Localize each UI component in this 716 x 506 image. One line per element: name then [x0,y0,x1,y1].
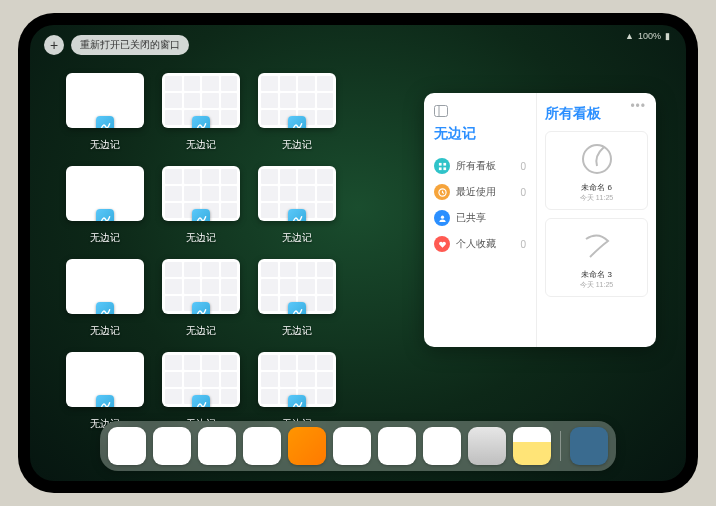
sidebar-item-label: 最近使用 [456,185,496,199]
window-label: 无边记 [186,138,216,152]
panel-title: 无边记 [434,125,526,143]
thumb-preview [258,73,336,128]
window-label: 无边记 [90,138,120,152]
dock-app-qqbrowser[interactable] [198,427,236,465]
sidebar-item-clock[interactable]: 最近使用0 [434,179,526,205]
screen: ▲ 100% ▮ + 重新打开已关闭的窗口 无边记无边记无边记无边记无边记无边记… [30,25,686,481]
window-thumbnail[interactable]: 无边记 [258,352,336,431]
svg-rect-3 [443,162,446,165]
thumb-preview [258,166,336,221]
board-sketch [576,138,618,180]
svg-point-7 [440,215,443,218]
dock-app-applib[interactable] [570,427,608,465]
window-thumbnail[interactable]: 无边记 [162,166,240,245]
freeform-app-icon [96,395,114,407]
new-window-button[interactable]: + [44,35,64,55]
dock-separator [560,431,561,461]
board-time: 今天 11:25 [580,193,613,203]
window-label: 无边记 [282,138,312,152]
window-label: 无边记 [186,324,216,338]
board-name: 未命名 6 [581,182,612,193]
freeform-panel[interactable]: ••• 无边记 所有看板0最近使用0已共享个人收藏0 所有看板 未命名 6今天 … [424,93,656,347]
window-thumbnail[interactable]: 无边记 [66,352,144,431]
window-thumbnail[interactable]: 无边记 [258,166,336,245]
window-thumbnail[interactable]: 无边记 [66,166,144,245]
svg-rect-0 [435,106,448,117]
thumb-preview [66,352,144,407]
sidebar-item-person[interactable]: 已共享 [434,205,526,231]
dock-app-play[interactable] [243,427,281,465]
freeform-app-icon [96,209,114,221]
board-name: 未命名 3 [581,269,612,280]
thumb-preview [162,166,240,221]
grid-icon [434,158,450,174]
window-thumbnail[interactable]: 无边记 [258,259,336,338]
sidebar-item-label: 个人收藏 [456,237,496,251]
dock-app-notes[interactable] [513,427,551,465]
freeform-app-icon [192,302,210,314]
dock-app-wechat[interactable] [108,427,146,465]
window-label: 无边记 [90,231,120,245]
thumb-preview [162,259,240,314]
reopen-closed-windows-button[interactable]: 重新打开已关闭的窗口 [71,35,189,55]
clock-icon [434,184,450,200]
windows-grid: 无边记无边记无边记无边记无边记无边记无边记无边记无边记无边记无边记无边记 [66,73,426,431]
freeform-app-icon [288,209,306,221]
window-label: 无边记 [186,231,216,245]
svg-rect-2 [438,162,441,165]
thumb-preview [162,73,240,128]
battery-text: 100% [638,31,661,41]
sidebar-item-label: 已共享 [456,211,486,225]
status-bar: ▲ 100% ▮ [625,31,670,41]
board-card[interactable]: 未命名 3今天 11:25 [545,218,648,297]
dock-app-settings[interactable] [468,427,506,465]
dock-app-books[interactable] [288,427,326,465]
window-label: 无边记 [282,324,312,338]
window-thumbnail[interactable]: 无边记 [162,352,240,431]
thumb-preview [66,73,144,128]
panel-sidebar: 无边记 所有看板0最近使用0已共享个人收藏0 [424,93,536,347]
dock-app-nodes[interactable] [378,427,416,465]
panel-menu-button[interactable]: ••• [630,99,646,113]
wifi-icon: ▲ [625,31,634,41]
freeform-app-icon [288,395,306,407]
thumb-preview [66,166,144,221]
svg-rect-4 [438,167,441,170]
thumb-preview [66,259,144,314]
dock-app-freeform[interactable] [423,427,461,465]
sidebar-item-count: 0 [520,161,526,172]
svg-rect-5 [443,167,446,170]
dock-app-quark[interactable] [153,427,191,465]
window-thumbnail[interactable]: 无边记 [66,73,144,152]
dock-app-dice[interactable] [333,427,371,465]
board-sketch [576,225,618,267]
freeform-app-icon [192,395,210,407]
freeform-app-icon [288,302,306,314]
window-thumbnail[interactable]: 无边记 [66,259,144,338]
person-icon [434,210,450,226]
sidebar-item-grid[interactable]: 所有看板0 [434,153,526,179]
sidebar-item-label: 所有看板 [456,159,496,173]
freeform-app-icon [192,209,210,221]
freeform-app-icon [96,116,114,128]
sidebar-item-count: 0 [520,187,526,198]
panel-content: 所有看板 未命名 6今天 11:25未命名 3今天 11:25 [536,93,656,347]
thumb-preview [258,352,336,407]
thumb-preview [258,259,336,314]
sidebar-toggle-icon[interactable] [434,105,526,117]
freeform-app-icon [96,302,114,314]
window-thumbnail[interactable]: 无边记 [162,73,240,152]
heart-icon [434,236,450,252]
sidebar-item-count: 0 [520,239,526,250]
board-time: 今天 11:25 [580,280,613,290]
window-thumbnail[interactable]: 无边记 [258,73,336,152]
window-label: 无边记 [90,324,120,338]
sidebar-item-heart[interactable]: 个人收藏0 [434,231,526,257]
top-controls: + 重新打开已关闭的窗口 [44,35,189,55]
thumb-preview [162,352,240,407]
board-card[interactable]: 未命名 6今天 11:25 [545,131,648,210]
freeform-app-icon [192,116,210,128]
window-thumbnail[interactable]: 无边记 [162,259,240,338]
dock [100,421,616,471]
freeform-app-icon [288,116,306,128]
